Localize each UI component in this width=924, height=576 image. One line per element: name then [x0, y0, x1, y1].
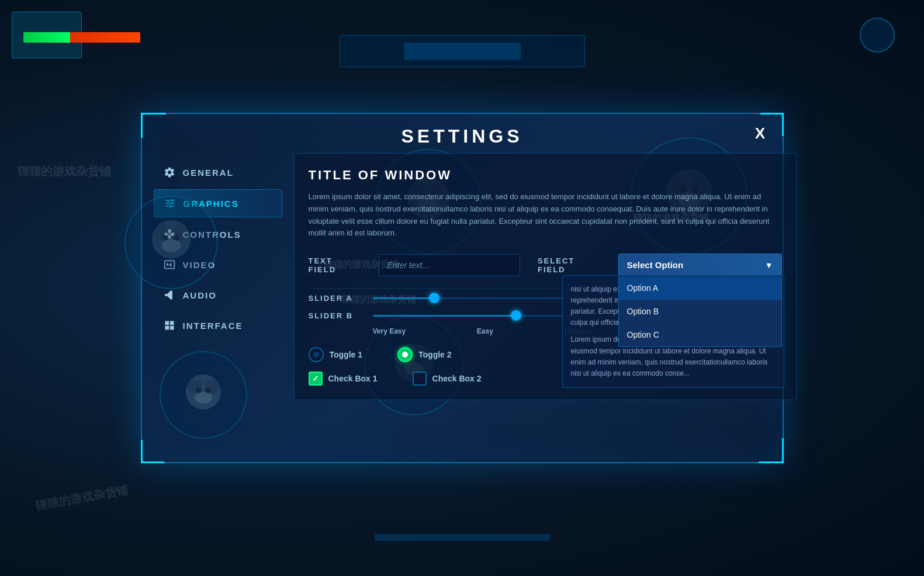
- corner-bl: [141, 440, 164, 463]
- modal-header: SETTINGS X: [142, 114, 783, 153]
- sidebar-item-controls[interactable]: CONTROLS: [154, 221, 282, 248]
- sidebar-item-video[interactable]: VIDEO: [154, 251, 282, 278]
- select-field[interactable]: Select Option ▼: [618, 254, 782, 276]
- gamepad-icon: [163, 228, 176, 241]
- select-field-label: SELECT FIELD: [538, 256, 601, 274]
- toggle-1[interactable]: Toggle 1: [309, 347, 363, 362]
- slider-b-label: SLIDER B: [309, 311, 361, 320]
- toggle-2-inner: [402, 352, 408, 358]
- sidebar-item-general[interactable]: GENERAL: [154, 159, 282, 186]
- select-value: Select Option: [627, 260, 684, 270]
- text-field-label: TEXT FIELD: [309, 256, 361, 274]
- toggle-1-circle: [309, 347, 324, 362]
- select-dropdown: Option A Option B Option C: [618, 276, 782, 347]
- slider-a-label: SLIDER A: [309, 294, 361, 303]
- select-option-c[interactable]: Option C: [619, 323, 781, 346]
- slider-b-fill: [373, 315, 516, 317]
- checkbox-1-label: Check Box 1: [328, 374, 378, 383]
- select-option-a[interactable]: Option A: [619, 276, 781, 300]
- checkmark-1: ✓: [312, 374, 319, 383]
- checkbox-1[interactable]: ✓ Check Box 1: [309, 372, 378, 386]
- toggle-1-inner: [313, 352, 319, 358]
- description-text: Lorem ipsum dolor sit amet, consectetur …: [309, 191, 782, 240]
- monitor-icon: [163, 258, 176, 271]
- modal-overlay: SETTINGS X GENERAL: [0, 0, 924, 576]
- text-input[interactable]: [379, 254, 520, 276]
- form-row-fields: TEXT FIELD SELECT FIELD Select Option ▼ …: [309, 254, 782, 276]
- audio-icon: [163, 289, 176, 301]
- sidebar-label-video: VIDEO: [183, 260, 216, 270]
- select-wrapper: Select Option ▼ Option A Option B Option…: [618, 254, 782, 276]
- sidebar-item-interface[interactable]: INTERFACE: [154, 312, 282, 339]
- toggle-2-label: Toggle 2: [418, 350, 452, 359]
- checkbox-2-box: [413, 372, 427, 386]
- grid-icon: [163, 319, 176, 332]
- sidebar-label-controls: CONTROLS: [183, 230, 241, 240]
- slider-a-fill: [373, 297, 434, 299]
- checkbox-1-box: ✓: [309, 372, 323, 386]
- close-button[interactable]: X: [750, 123, 771, 144]
- sliders-icon: [164, 197, 177, 210]
- main-content-panel: 狸猫的游戏杂货铺 狸猫的游戏杂货铺 狸猫的游戏杂货铺 TITLE OF WIND…: [294, 153, 797, 400]
- slider-b-thumb[interactable]: [511, 310, 521, 321]
- select-option-b[interactable]: Option B: [619, 300, 781, 323]
- checkbox-2-label: Check Box 2: [432, 374, 482, 383]
- settings-modal: SETTINGS X GENERAL: [141, 113, 784, 463]
- toggle-2-circle: [397, 347, 413, 362]
- sidebar-label-interface: INTERFACE: [183, 321, 243, 331]
- gear-icon: [163, 166, 176, 179]
- toggle-1-label: Toggle 1: [330, 350, 363, 359]
- chevron-down-icon: ▼: [765, 261, 773, 270]
- toggle-2[interactable]: Toggle 2: [397, 347, 452, 362]
- sidebar-label-audio: AUDIO: [183, 290, 217, 300]
- checkbox-2[interactable]: Check Box 2: [413, 372, 482, 386]
- modal-body: GENERAL GRAPHICS: [142, 153, 783, 412]
- sidebar-item-graphics[interactable]: GRAPHICS: [154, 189, 282, 217]
- label-easy: Easy: [477, 327, 493, 335]
- sidebar-label-graphics: GRAPHICS: [184, 199, 239, 209]
- slider-a-thumb[interactable]: [429, 293, 439, 303]
- label-very-easy: Very Easy: [373, 327, 406, 335]
- settings-sidebar: GENERAL GRAPHICS: [154, 153, 282, 400]
- sidebar-label-general: GENERAL: [183, 168, 234, 178]
- sidebar-item-audio[interactable]: AUDIO: [154, 282, 282, 308]
- modal-title: SETTINGS: [142, 126, 783, 147]
- window-title: TITLE OF WINDOW: [309, 168, 782, 183]
